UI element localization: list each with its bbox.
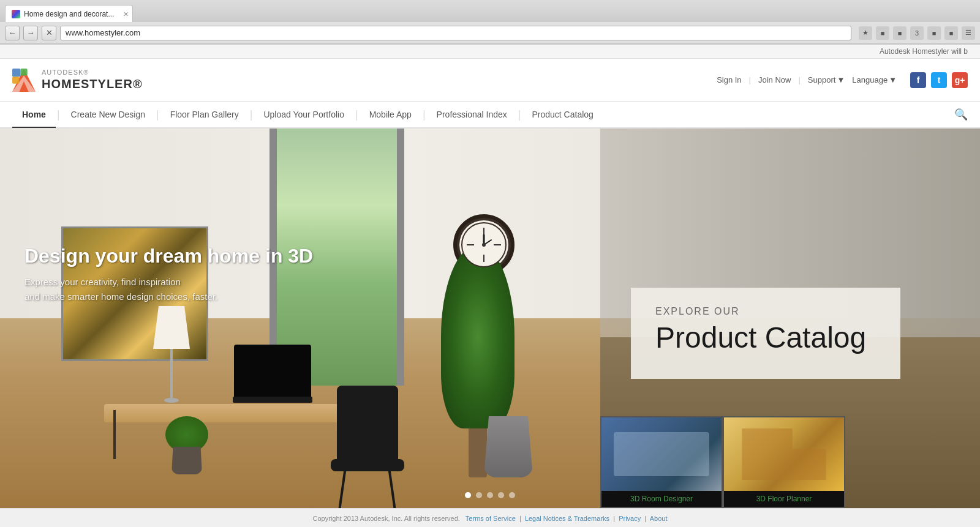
laptop-base xyxy=(233,397,312,403)
nav-divider-2: | xyxy=(155,108,160,121)
plant-pot-small xyxy=(172,447,202,474)
chair xyxy=(331,459,404,471)
lamp-shade xyxy=(153,306,190,349)
hero-dot-2[interactable] xyxy=(476,492,482,498)
hero-headline: Design your dream home in 3D xyxy=(24,245,313,267)
small-plant xyxy=(172,447,202,474)
nav-item-mobile[interactable]: Mobile App xyxy=(360,102,421,128)
desk-leg-left xyxy=(113,410,116,459)
wall-clock xyxy=(453,214,514,275)
support-chevron-icon: ▼ xyxy=(837,75,845,84)
ext-icon-2[interactable]: ■ xyxy=(893,26,907,40)
thumbnail-room-label: 3D Room Designer xyxy=(601,491,722,507)
nav-item-create[interactable]: Create New Design xyxy=(61,102,155,128)
thumbnail-floor-planner[interactable]: 3D Floor Planner xyxy=(723,416,845,508)
footer-privacy-link[interactable]: Privacy xyxy=(619,515,641,522)
nav-divider-4: | xyxy=(354,108,360,121)
clock-face xyxy=(459,220,508,269)
chair-seat xyxy=(331,459,404,471)
logo-text: AUTODESK® HOMESTYLER® xyxy=(42,69,143,91)
footer-copyright: Copyright 2013 Autodesk, Inc. All rights… xyxy=(313,515,460,522)
hero-dots-indicator xyxy=(465,492,515,498)
homestyler-label: HOMESTYLER® xyxy=(42,77,143,91)
support-label: Support xyxy=(808,75,836,84)
nav-item-floorplan[interactable]: Floor Plan Gallery xyxy=(160,102,249,128)
nav-divider-1: | xyxy=(56,108,61,121)
site-header: AUTODESK® HOMESTYLER® Sign In | Join Now… xyxy=(0,59,980,102)
lamp-base xyxy=(170,349,173,398)
chair-back xyxy=(337,386,398,459)
plant-pot xyxy=(484,416,533,477)
brand-logo-icon xyxy=(12,69,36,92)
hero-text-area: Design your dream home in 3D Express you… xyxy=(24,245,313,304)
lamp-foot xyxy=(164,398,179,403)
thumbnail-floor-img xyxy=(724,417,844,491)
language-label: Language xyxy=(852,75,888,84)
twitter-icon[interactable]: t xyxy=(931,72,947,88)
hero-dot-4[interactable] xyxy=(498,492,504,498)
tab-title: Home design and decorat... xyxy=(24,10,114,18)
site-nav: Home | Create New Design | Floor Plan Ga… xyxy=(0,102,980,129)
join-now-link[interactable]: Join Now xyxy=(758,75,791,84)
logo-area: AUTODESK® HOMESTYLER® xyxy=(12,69,143,92)
language-button[interactable]: Language ▼ xyxy=(852,75,897,84)
explore-subtitle: EXPLORE OUR xyxy=(655,306,876,317)
browser-chrome: Home design and decorat... ✕ ← → ✕ www.h… xyxy=(0,0,980,45)
header-sep-2: | xyxy=(798,75,800,84)
bookmark-icon[interactable]: ★ xyxy=(859,26,872,40)
menu-button[interactable]: ☰ xyxy=(962,26,975,40)
search-icon[interactable]: 🔍 xyxy=(954,108,968,121)
hero-dot-1[interactable] xyxy=(465,492,471,498)
tab-close-button[interactable]: ✕ xyxy=(123,10,129,18)
social-icons: f t g+ xyxy=(910,72,968,88)
nav-item-catalog[interactable]: Product Catalog xyxy=(522,102,603,128)
ext-icon-4[interactable]: ■ xyxy=(927,26,941,40)
hero-dot-5[interactable] xyxy=(509,492,515,498)
browser-tab[interactable]: Home design and decorat... ✕ xyxy=(5,5,133,22)
nav-divider-5: | xyxy=(421,108,427,121)
autodesk-label: AUTODESK® xyxy=(42,69,143,77)
thumbnail-bar: 3D Room Designer 3D Floor Planner xyxy=(600,416,980,508)
laptop-screen xyxy=(234,345,311,397)
svg-rect-4 xyxy=(12,77,19,83)
footer-legal-link[interactable]: Legal Notices & Trademarks xyxy=(525,515,609,522)
notification-bar: Autodesk Homestyler will b xyxy=(0,45,980,59)
browser-icons: ★ ■ ■ 3 ■ ■ ☰ xyxy=(859,26,975,40)
address-bar[interactable]: www.homestyler.com xyxy=(60,26,851,40)
header-right: Sign In | Join Now | Support ▼ Language … xyxy=(717,72,968,88)
back-button[interactable]: ← xyxy=(5,26,20,40)
footer-terms-link[interactable]: Terms of Service xyxy=(466,515,516,522)
nav-item-professional[interactable]: Professional Index xyxy=(427,102,517,128)
nav-item-home[interactable]: Home xyxy=(12,102,56,128)
hero-subtext: Express your creativity, find inspiratio… xyxy=(24,275,245,304)
ext-icon-1[interactable]: ■ xyxy=(876,26,889,40)
support-button[interactable]: Support ▼ xyxy=(808,75,845,84)
thumbnail-room-designer[interactable]: 3D Room Designer xyxy=(600,416,723,508)
explore-title: Product Catalog xyxy=(655,322,876,354)
browser-addressbar: ← → ✕ www.homestyler.com ★ ■ ■ 3 ■ ■ ☰ xyxy=(0,22,980,44)
svg-rect-2 xyxy=(12,69,20,77)
tab-favicon xyxy=(12,10,20,18)
ext-icon-3[interactable]: 3 xyxy=(910,26,924,40)
thumbnail-floor-label: 3D Floor Planner xyxy=(724,491,844,507)
facebook-icon[interactable]: f xyxy=(910,72,926,88)
svg-rect-3 xyxy=(20,69,27,75)
ext-icon-5[interactable]: ■ xyxy=(944,26,958,40)
nav-divider-3: | xyxy=(249,108,254,121)
desk xyxy=(104,404,374,422)
reload-button[interactable]: ✕ xyxy=(42,26,56,40)
desk-lamp xyxy=(153,306,190,403)
hero-dot-3[interactable] xyxy=(487,492,493,498)
header-sep-1: | xyxy=(749,75,751,84)
google-plus-icon[interactable]: g+ xyxy=(952,72,968,88)
browser-tabbar: Home design and decorat... ✕ xyxy=(0,0,980,22)
nav-divider-6: | xyxy=(517,108,522,121)
sign-in-link[interactable]: Sign In xyxy=(717,75,741,84)
nav-item-upload[interactable]: Upload Your Portfolio xyxy=(254,102,354,128)
site-wrapper: Autodesk Homestyler will b AUTODESK® HOM… xyxy=(0,45,980,527)
footer-about-link[interactable]: About xyxy=(650,515,668,522)
thumbnail-room-img xyxy=(601,417,722,491)
explore-box: EXPLORE OUR Product Catalog xyxy=(631,288,900,379)
notification-text: Autodesk Homestyler will b xyxy=(880,47,968,56)
forward-button[interactable]: → xyxy=(23,26,38,40)
